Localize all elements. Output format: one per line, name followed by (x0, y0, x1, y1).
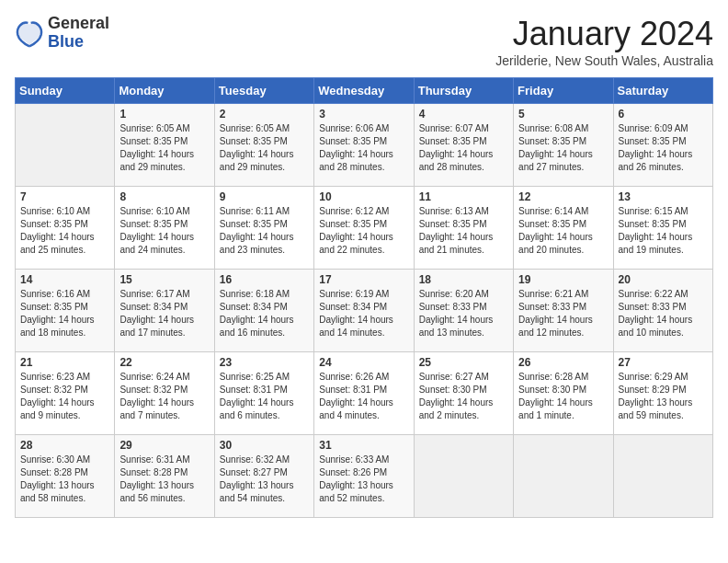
calendar-table: SundayMondayTuesdayWednesdayThursdayFrid… (15, 77, 713, 518)
calendar-cell: 28Sunrise: 6:30 AMSunset: 8:28 PMDayligh… (16, 435, 115, 518)
calendar-cell: 24Sunrise: 6:26 AMSunset: 8:31 PMDayligh… (314, 352, 414, 435)
day-info: Sunrise: 6:12 AMSunset: 8:35 PMDaylight:… (319, 205, 408, 257)
calendar-cell: 20Sunrise: 6:22 AMSunset: 8:33 PMDayligh… (613, 270, 712, 352)
calendar-week-row: 1Sunrise: 6:05 AMSunset: 8:35 PMDaylight… (16, 104, 713, 187)
day-info: Sunrise: 6:23 AMSunset: 8:32 PMDaylight:… (20, 371, 109, 422)
day-number: 31 (319, 439, 408, 452)
day-info: Sunrise: 6:13 AMSunset: 8:35 PMDaylight:… (419, 205, 508, 257)
day-info: Sunrise: 6:30 AMSunset: 8:28 PMDaylight:… (20, 454, 109, 505)
day-info: Sunrise: 6:20 AMSunset: 8:33 PMDaylight:… (419, 288, 508, 339)
day-number: 25 (419, 356, 508, 369)
weekday-header-row: SundayMondayTuesdayWednesdayThursdayFrid… (16, 78, 713, 104)
calendar-cell: 18Sunrise: 6:20 AMSunset: 8:33 PMDayligh… (414, 270, 513, 352)
calendar-cell: 21Sunrise: 6:23 AMSunset: 8:32 PMDayligh… (16, 352, 115, 435)
generalblue-logo-icon (15, 18, 44, 48)
calendar-cell: 14Sunrise: 6:16 AMSunset: 8:35 PMDayligh… (16, 270, 115, 352)
calendar-subtitle: Jerilderie, New South Wales, Australia (495, 53, 713, 68)
day-number: 23 (220, 356, 309, 369)
calendar-cell: 10Sunrise: 6:12 AMSunset: 8:35 PMDayligh… (314, 187, 414, 270)
day-number: 16 (220, 273, 309, 286)
calendar-cell: 16Sunrise: 6:18 AMSunset: 8:34 PMDayligh… (214, 270, 313, 352)
calendar-week-row: 21Sunrise: 6:23 AMSunset: 8:32 PMDayligh… (16, 352, 713, 435)
day-number: 15 (119, 273, 209, 286)
day-info: Sunrise: 6:17 AMSunset: 8:34 PMDaylight:… (119, 288, 209, 339)
day-number: 7 (20, 190, 109, 203)
calendar-cell: 29Sunrise: 6:31 AMSunset: 8:28 PMDayligh… (115, 435, 214, 518)
calendar-cell: 8Sunrise: 6:10 AMSunset: 8:35 PMDaylight… (115, 187, 214, 270)
day-number: 3 (319, 108, 408, 121)
header: General Blue January 2024 Jerilderie, Ne… (15, 15, 713, 68)
weekday-header-sunday: Sunday (16, 78, 115, 104)
day-info: Sunrise: 6:11 AMSunset: 8:35 PMDaylight:… (220, 205, 309, 257)
day-info: Sunrise: 6:05 AMSunset: 8:35 PMDaylight:… (220, 122, 309, 174)
day-info: Sunrise: 6:22 AMSunset: 8:33 PMDaylight:… (619, 288, 708, 339)
day-number: 1 (119, 108, 209, 121)
calendar-week-row: 7Sunrise: 6:10 AMSunset: 8:35 PMDaylight… (16, 187, 713, 270)
day-number: 17 (319, 273, 408, 286)
day-info: Sunrise: 6:26 AMSunset: 8:31 PMDaylight:… (319, 371, 408, 422)
day-info: Sunrise: 6:21 AMSunset: 8:33 PMDaylight:… (518, 288, 608, 339)
calendar-cell: 15Sunrise: 6:17 AMSunset: 8:34 PMDayligh… (115, 270, 214, 352)
day-info: Sunrise: 6:05 AMSunset: 8:35 PMDaylight:… (119, 122, 209, 174)
calendar-cell (414, 435, 513, 518)
calendar-cell: 4Sunrise: 6:07 AMSunset: 8:35 PMDaylight… (414, 104, 513, 187)
day-info: Sunrise: 6:29 AMSunset: 8:29 PMDaylight:… (619, 371, 708, 422)
calendar-cell: 19Sunrise: 6:21 AMSunset: 8:33 PMDayligh… (514, 270, 613, 352)
calendar-cell: 3Sunrise: 6:06 AMSunset: 8:35 PMDaylight… (314, 104, 414, 187)
calendar-cell: 11Sunrise: 6:13 AMSunset: 8:35 PMDayligh… (414, 187, 513, 270)
calendar-cell: 22Sunrise: 6:24 AMSunset: 8:32 PMDayligh… (115, 352, 214, 435)
day-number: 27 (619, 356, 708, 369)
day-number: 24 (319, 356, 408, 369)
day-info: Sunrise: 6:10 AMSunset: 8:35 PMDaylight:… (119, 205, 209, 257)
day-info: Sunrise: 6:19 AMSunset: 8:34 PMDaylight:… (319, 288, 408, 339)
calendar-cell: 25Sunrise: 6:27 AMSunset: 8:30 PMDayligh… (414, 352, 513, 435)
weekday-header-saturday: Saturday (613, 78, 712, 104)
day-info: Sunrise: 6:32 AMSunset: 8:27 PMDaylight:… (220, 454, 309, 505)
day-info: Sunrise: 6:27 AMSunset: 8:30 PMDaylight:… (419, 371, 508, 422)
day-info: Sunrise: 6:33 AMSunset: 8:26 PMDaylight:… (319, 454, 408, 505)
day-info: Sunrise: 6:25 AMSunset: 8:31 PMDaylight:… (220, 371, 309, 422)
day-info: Sunrise: 6:16 AMSunset: 8:35 PMDaylight:… (20, 288, 109, 339)
day-number: 11 (419, 190, 508, 203)
calendar-cell: 17Sunrise: 6:19 AMSunset: 8:34 PMDayligh… (314, 270, 414, 352)
day-number: 30 (220, 439, 309, 452)
weekday-header-monday: Monday (115, 78, 214, 104)
calendar-cell: 30Sunrise: 6:32 AMSunset: 8:27 PMDayligh… (214, 435, 313, 518)
day-number: 28 (20, 439, 109, 452)
day-number: 19 (518, 273, 608, 286)
calendar-cell: 12Sunrise: 6:14 AMSunset: 8:35 PMDayligh… (514, 187, 613, 270)
weekday-header-friday: Friday (514, 78, 613, 104)
calendar-week-row: 14Sunrise: 6:16 AMSunset: 8:35 PMDayligh… (16, 270, 713, 352)
calendar-cell: 13Sunrise: 6:15 AMSunset: 8:35 PMDayligh… (613, 187, 712, 270)
calendar-cell (514, 435, 613, 518)
day-info: Sunrise: 6:08 AMSunset: 8:35 PMDaylight:… (518, 122, 608, 174)
day-number: 29 (119, 439, 209, 452)
day-number: 22 (119, 356, 209, 369)
calendar-cell: 27Sunrise: 6:29 AMSunset: 8:29 PMDayligh… (613, 352, 712, 435)
day-info: Sunrise: 6:24 AMSunset: 8:32 PMDaylight:… (119, 371, 209, 422)
day-number: 10 (319, 190, 408, 203)
day-info: Sunrise: 6:31 AMSunset: 8:28 PMDaylight:… (119, 454, 209, 505)
day-number: 2 (220, 108, 309, 121)
day-number: 8 (119, 190, 209, 203)
calendar-cell: 1Sunrise: 6:05 AMSunset: 8:35 PMDaylight… (115, 104, 214, 187)
day-number: 13 (619, 190, 708, 203)
day-info: Sunrise: 6:07 AMSunset: 8:35 PMDaylight:… (419, 122, 508, 174)
calendar-cell: 31Sunrise: 6:33 AMSunset: 8:26 PMDayligh… (314, 435, 414, 518)
calendar-cell: 9Sunrise: 6:11 AMSunset: 8:35 PMDaylight… (214, 187, 313, 270)
day-number: 9 (220, 190, 309, 203)
day-number: 18 (419, 273, 508, 286)
day-info: Sunrise: 6:10 AMSunset: 8:35 PMDaylight:… (20, 205, 109, 257)
calendar-cell: 2Sunrise: 6:05 AMSunset: 8:35 PMDaylight… (214, 104, 313, 187)
day-info: Sunrise: 6:14 AMSunset: 8:35 PMDaylight:… (518, 205, 608, 257)
day-info: Sunrise: 6:09 AMSunset: 8:35 PMDaylight:… (619, 122, 708, 174)
day-number: 26 (518, 356, 608, 369)
title-area: January 2024 Jerilderie, New South Wales… (495, 15, 713, 68)
calendar-cell: 5Sunrise: 6:08 AMSunset: 8:35 PMDaylight… (514, 104, 613, 187)
logo-text: General Blue (48, 15, 109, 52)
calendar-cell (613, 435, 712, 518)
calendar-cell: 6Sunrise: 6:09 AMSunset: 8:35 PMDaylight… (613, 104, 712, 187)
calendar-cell (16, 104, 115, 187)
day-info: Sunrise: 6:06 AMSunset: 8:35 PMDaylight:… (319, 122, 408, 174)
weekday-header-thursday: Thursday (414, 78, 513, 104)
